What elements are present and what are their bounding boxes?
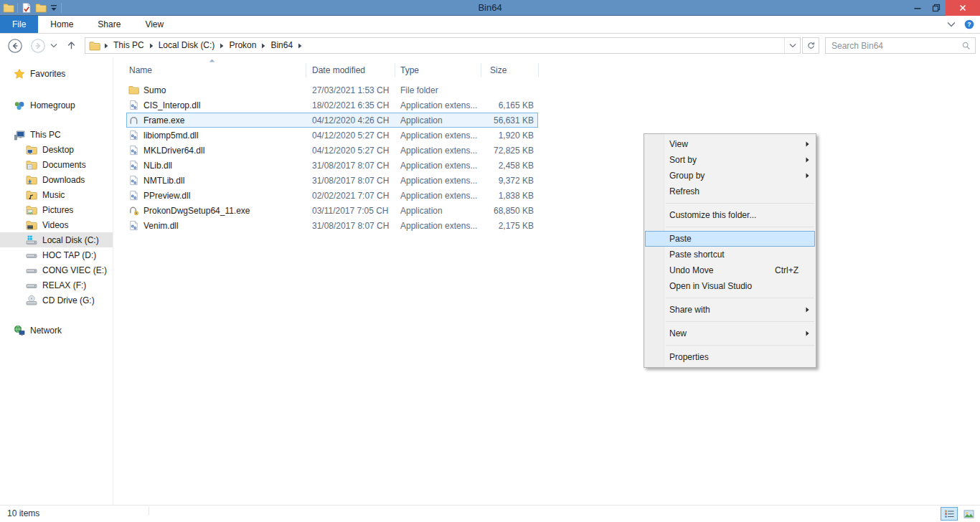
- refresh-button[interactable]: [802, 37, 819, 54]
- details-view-button[interactable]: [941, 507, 958, 521]
- menu-item-sort-by[interactable]: Sort by: [644, 152, 816, 168]
- table-row[interactable]: libiomp5md.dll04/12/2020 5:27 CHApplicat…: [126, 128, 538, 143]
- table-row[interactable]: MKLDriver64.dll04/12/2020 5:27 CHApplica…: [126, 143, 538, 158]
- up-button[interactable]: [63, 38, 79, 54]
- minimize-button[interactable]: [908, 0, 927, 16]
- chevron-down-icon: [50, 43, 57, 48]
- column-separator[interactable]: [538, 63, 539, 77]
- tab-share[interactable]: Share: [85, 16, 133, 33]
- breadcrumb-segment[interactable]: Bin64: [265, 38, 298, 53]
- thumbnails-view-button[interactable]: [960, 507, 977, 521]
- breadcrumb-segment[interactable]: Local Disk (C:): [154, 38, 220, 53]
- column-separator[interactable]: [395, 63, 395, 77]
- sidebar-group: Network: [0, 323, 113, 338]
- sidebar-item-label: Desktop: [42, 145, 74, 155]
- status-bar: 10 items: [0, 505, 980, 522]
- dll-icon: [128, 130, 139, 141]
- column-header-type[interactable]: Type: [395, 65, 481, 75]
- sidebar-item-local-disk-c[interactable]: Local Disk (C:): [0, 232, 113, 247]
- file-date-cell: 31/08/2017 8:07 CH: [306, 161, 395, 171]
- menu-item-paste-shortcut[interactable]: Paste shortcut: [644, 247, 816, 262]
- dll-icon: [128, 160, 139, 171]
- sidebar-item-hoc-tap-d[interactable]: HOC TAP (D:): [0, 247, 113, 262]
- sidebar-item-cd-drive-g[interactable]: CD Drive (G:): [0, 293, 113, 308]
- file-name: Frame.exe: [143, 115, 184, 125]
- menu-item-label: Group by: [669, 171, 705, 181]
- forward-button[interactable]: [30, 38, 46, 54]
- main-area: FavoritesHomegroupThis PCDesktopDocument…: [0, 57, 980, 505]
- file-type-cell: Application: [395, 206, 481, 216]
- sidebar-item-documents[interactable]: Documents: [0, 157, 113, 172]
- table-row[interactable]: NLib.dll31/08/2017 8:07 CHApplication ex…: [126, 158, 538, 173]
- sidebar-item-music[interactable]: Music: [0, 187, 113, 202]
- breadcrumb-segment[interactable]: This PC: [108, 38, 149, 53]
- minimize-icon: [913, 3, 923, 13]
- file-rows: Sumo27/03/2021 1:53 CHFile folderCIS_Int…: [113, 82, 980, 233]
- sidebar-item-videos[interactable]: Videos: [0, 217, 113, 232]
- tab-file[interactable]: File: [0, 16, 38, 33]
- menu-item-paste[interactable]: Paste: [645, 231, 815, 247]
- pictures-icon: [26, 204, 37, 216]
- file-list-pane: NameDate modifiedTypeSize Sumo27/03/2021…: [113, 57, 980, 505]
- tab-view[interactable]: View: [133, 16, 176, 33]
- sidebar-item-downloads[interactable]: Downloads: [0, 172, 113, 187]
- menu-shortcut: Ctrl+Z: [775, 262, 798, 278]
- file-size-cell: 6,165 KB: [481, 100, 538, 110]
- table-row[interactable]: ProkonDwgSetup64_11.exe03/11/2017 7:05 C…: [126, 203, 538, 218]
- table-row[interactable]: CIS_Interop.dll18/02/2021 6:35 CHApplica…: [126, 98, 538, 113]
- search-input[interactable]: [826, 38, 975, 53]
- column-header-date[interactable]: Date modified: [306, 65, 395, 75]
- table-row[interactable]: PPreview.dll02/02/2021 7:07 CHApplicatio…: [126, 188, 538, 203]
- menu-item-view[interactable]: View: [644, 136, 816, 152]
- address-dropdown-button[interactable]: [784, 38, 800, 53]
- address-bar[interactable]: This PCLocal Disk (C:)ProkonBin64: [85, 37, 801, 54]
- videos-icon: [26, 219, 37, 231]
- close-button[interactable]: [946, 0, 980, 16]
- recent-locations-button[interactable]: [47, 38, 60, 54]
- help-icon[interactable]: ?: [964, 19, 974, 29]
- sidebar-item-favorites[interactable]: Favorites: [0, 66, 113, 81]
- breadcrumb: This PCLocal Disk (C:)ProkonBin64: [108, 38, 302, 53]
- file-name: NMTLib.dll: [143, 176, 184, 186]
- file-name-cell: Venim.dll: [126, 220, 306, 231]
- thumbnails-view-icon: [963, 509, 974, 519]
- sidebar-item-label: Pictures: [42, 205, 73, 215]
- menu-item-properties[interactable]: Properties: [644, 349, 816, 365]
- minimize-ribbon-icon[interactable]: [947, 22, 956, 27]
- column-separator[interactable]: [306, 63, 306, 77]
- sidebar-item-homegroup[interactable]: Homegroup: [0, 98, 113, 113]
- file-size-cell: 2,458 KB: [481, 161, 538, 171]
- sidebar-item-network[interactable]: Network: [0, 323, 113, 338]
- column-header-name[interactable]: Name: [126, 65, 306, 75]
- sidebar-item-label: Homegroup: [30, 100, 75, 110]
- back-button[interactable]: [7, 38, 23, 54]
- column-separator[interactable]: [481, 63, 481, 77]
- breadcrumb-segment[interactable]: Prokon: [224, 38, 261, 53]
- sidebar-item-cong-viec-e[interactable]: CONG VIEC (E:): [0, 262, 113, 277]
- menu-item-undo-move[interactable]: Undo MoveCtrl+Z: [644, 262, 816, 278]
- menu-item-open-in-visual-studio[interactable]: Open in Visual Studio: [644, 278, 816, 294]
- file-date-cell: 04/12/2020 5:27 CH: [306, 146, 395, 156]
- file-type-cell: Application extens...: [395, 221, 481, 231]
- sidebar-item-desktop[interactable]: Desktop: [0, 142, 113, 157]
- tab-home[interactable]: Home: [38, 16, 85, 33]
- cd-icon: [26, 295, 37, 306]
- pc-icon: [14, 129, 25, 141]
- menu-item-share-with[interactable]: Share with: [644, 302, 816, 318]
- menu-item-refresh[interactable]: Refresh: [644, 184, 816, 199]
- restore-button[interactable]: [927, 0, 946, 16]
- menu-item-group-by[interactable]: Group by: [644, 168, 816, 184]
- sidebar-item-relax-f[interactable]: RELAX (F:): [0, 277, 113, 293]
- sidebar-item-label: Network: [30, 326, 62, 336]
- sidebar-item-this-pc[interactable]: This PC: [0, 127, 113, 142]
- menu-item-customize-this-folder[interactable]: Customize this folder...: [644, 207, 816, 223]
- column-header-size[interactable]: Size: [481, 65, 538, 75]
- sidebar-item-pictures[interactable]: Pictures: [0, 202, 113, 217]
- table-row[interactable]: Sumo27/03/2021 1:53 CHFile folder: [126, 82, 538, 98]
- title-bar: Bin64: [0, 0, 980, 16]
- menu-item-new[interactable]: New: [644, 326, 816, 341]
- table-row[interactable]: Frame.exe04/12/2020 4:26 CHApplication56…: [126, 113, 538, 128]
- table-row[interactable]: Venim.dll31/08/2017 8:07 CHApplication e…: [126, 218, 538, 233]
- table-row[interactable]: NMTLib.dll31/08/2017 8:07 CHApplication …: [126, 173, 538, 188]
- forward-icon: [30, 38, 46, 54]
